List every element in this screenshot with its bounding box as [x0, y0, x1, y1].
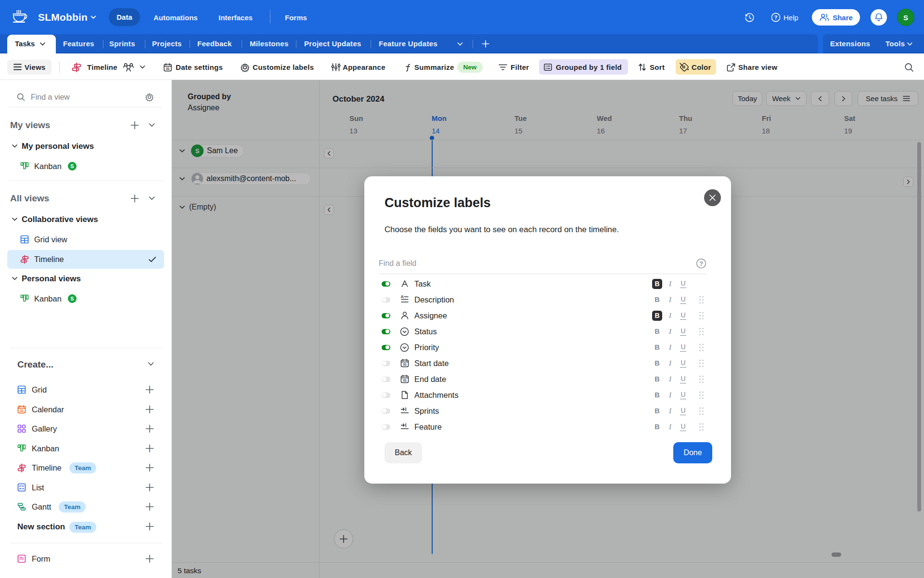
svg-text:?: ?	[699, 261, 703, 267]
svg-text:31: 31	[403, 363, 407, 366]
svg-text:A: A	[400, 295, 403, 299]
svg-text:?: ?	[774, 14, 777, 20]
svg-text:31: 31	[20, 409, 24, 412]
svg-text:31: 31	[166, 67, 170, 70]
svg-text:31: 31	[403, 379, 407, 382]
